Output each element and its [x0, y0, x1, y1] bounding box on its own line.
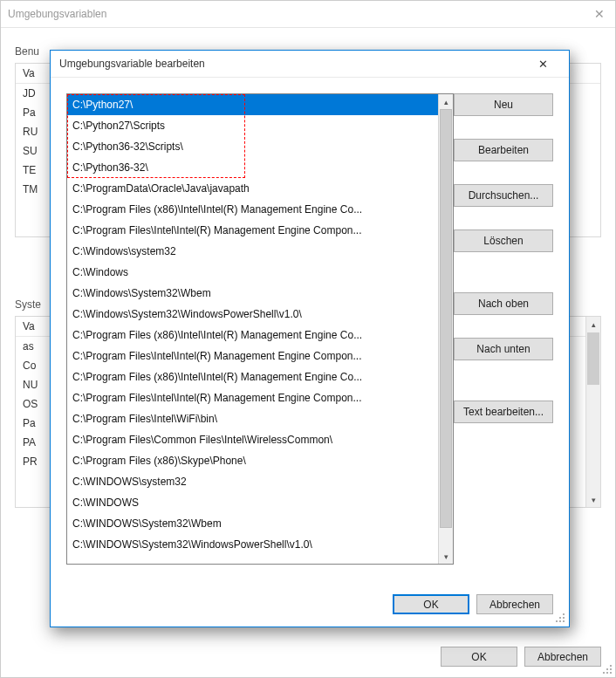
resize-grip-icon[interactable] — [601, 663, 613, 675]
list-item[interactable]: C:\Windows — [67, 262, 438, 283]
list-item[interactable]: C:\Program Files\Intel\Intel(R) Manageme… — [67, 220, 438, 241]
list-item[interactable]: C:\Program Files (x86)\Intel\Intel(R) Ma… — [67, 366, 438, 387]
resize-grip-icon[interactable] — [554, 612, 566, 624]
edit-text-button[interactable]: Text bearbeiten... — [454, 401, 553, 423]
svg-rect-2 — [606, 668, 608, 670]
close-icon[interactable]: ✕ — [591, 7, 608, 21]
list-item[interactable]: C:\Program Files\Intel\Intel(R) Manageme… — [67, 387, 438, 408]
list-item[interactable]: C:\Program Files\Common Files\Intel\Wire… — [67, 429, 438, 450]
svg-rect-3 — [610, 672, 612, 674]
new-button[interactable]: Neu — [454, 93, 553, 116]
list-item[interactable]: C:\Python27\Scripts — [67, 115, 438, 136]
ok-button[interactable]: OK — [441, 647, 517, 667]
list-item[interactable]: C:\Program Files\Intel\WiFi\bin\ — [67, 408, 438, 429]
svg-rect-8 — [559, 617, 561, 619]
scrollbar-thumb[interactable] — [440, 109, 452, 528]
list-item[interactable]: C:\Python27\ — [67, 94, 438, 115]
svg-rect-9 — [563, 620, 565, 622]
list-item[interactable]: C:\Python36-32\ — [67, 157, 438, 178]
list-item[interactable]: C:\WINDOWS\System32\Wbem — [67, 513, 438, 534]
list-item[interactable]: C:\Program Files (x86)\Skype\Phone\ — [67, 450, 438, 471]
move-up-button[interactable]: Nach oben — [454, 292, 553, 315]
chevron-up-icon[interactable]: ▴ — [439, 94, 453, 109]
parent-titlebar: Umgebungsvariablen ✕ — [1, 1, 615, 28]
browse-button[interactable]: Durchsuchen... — [454, 184, 553, 207]
chevron-down-icon[interactable]: ▾ — [439, 549, 453, 564]
svg-rect-10 — [559, 620, 561, 622]
list-item[interactable]: C:\WINDOWS — [67, 492, 438, 513]
parent-title: Umgebungsvariablen — [8, 8, 591, 20]
svg-rect-4 — [606, 672, 608, 674]
list-item[interactable]: C:\Program Files\Intel\Intel(R) Manageme… — [67, 346, 438, 366]
svg-rect-1 — [610, 668, 612, 670]
delete-button[interactable]: Löschen — [454, 229, 553, 252]
path-listbox[interactable]: C:\Python27\C:\Python27\ScriptsC:\Python… — [66, 93, 454, 565]
move-down-button[interactable]: Nach unten — [454, 338, 553, 360]
chevron-down-icon[interactable]: ▾ — [586, 492, 600, 507]
listbox-scrollbar[interactable]: ▴ ▾ — [438, 94, 453, 564]
list-item[interactable]: C:\Windows\System32\Wbem — [67, 283, 438, 304]
edit-env-var-dialog: Umgebungsvariable bearbeiten ✕ C:\Python… — [50, 50, 570, 627]
list-item[interactable]: C:\Python36-32\Scripts\ — [67, 136, 438, 157]
chevron-up-icon[interactable]: ▴ — [586, 317, 600, 332]
child-title: Umgebungsvariable bearbeiten — [59, 58, 525, 70]
svg-rect-5 — [603, 672, 605, 674]
svg-rect-0 — [610, 665, 612, 667]
list-item[interactable]: C:\Windows\system32 — [67, 241, 438, 262]
list-item[interactable]: C:\Program Files (x86)\Intel\Intel(R) Ma… — [67, 325, 438, 346]
child-titlebar: Umgebungsvariable bearbeiten ✕ — [51, 51, 569, 78]
cancel-button[interactable]: Abbrechen — [476, 594, 553, 614]
list-item[interactable]: C:\WINDOWS\System32\WindowsPowerShell\v1… — [67, 534, 438, 555]
list-item[interactable]: C:\ProgramData\Oracle\Java\javapath — [67, 178, 438, 199]
scrollbar-thumb[interactable] — [587, 332, 599, 385]
ok-button[interactable]: OK — [393, 594, 469, 614]
svg-rect-6 — [563, 613, 565, 615]
svg-rect-7 — [563, 617, 565, 619]
svg-rect-11 — [556, 620, 558, 622]
edit-button[interactable]: Bearbeiten — [454, 139, 553, 161]
list-item[interactable]: C:\Windows\System32\WindowsPowerShell\v1… — [67, 304, 438, 325]
cancel-button[interactable]: Abbrechen — [524, 647, 601, 667]
close-icon[interactable]: ✕ — [525, 58, 560, 71]
list-item[interactable]: C:\Program Files (x86)\Intel\Intel(R) Ma… — [67, 199, 438, 220]
sys-scrollbar[interactable]: ▴ ▾ — [585, 317, 600, 507]
list-item[interactable]: C:\WINDOWS\system32 — [67, 471, 438, 492]
